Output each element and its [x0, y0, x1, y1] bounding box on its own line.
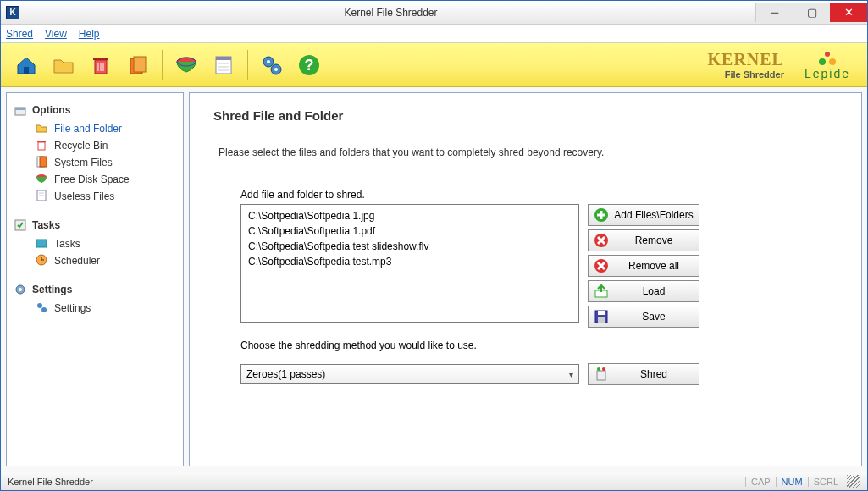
file-item[interactable]: C:\Softpedia\Softpedia 1.jpg: [248, 208, 572, 223]
load-button[interactable]: Load: [588, 280, 699, 302]
trash-icon[interactable]: [87, 52, 114, 79]
toolbar-separator: [247, 50, 248, 80]
svg-rect-26: [38, 142, 45, 150]
sidebar-head-tasks[interactable]: Tasks: [14, 218, 183, 232]
add-label: Add file and folder to shred.: [213, 189, 838, 201]
instruction-text: Please select the files and folders that…: [213, 146, 838, 158]
svg-point-58: [602, 367, 605, 371]
close-button[interactable]: ✕: [830, 3, 867, 22]
svg-rect-56: [597, 371, 605, 380]
svg-point-16: [267, 60, 270, 63]
sidebar-item-recycle-bin[interactable]: Recycle Bin: [14, 137, 183, 154]
toolbar-separator: [162, 50, 163, 80]
file-list[interactable]: C:\Softpedia\Softpedia 1.jpg C:\Softpedi…: [240, 204, 579, 323]
add-files-button[interactable]: Add Files\Folders: [588, 204, 699, 226]
chevron-down-icon: ▾: [569, 370, 573, 379]
sidebar-item-free-disk[interactable]: Free Disk Space: [14, 171, 183, 188]
home-icon[interactable]: [13, 52, 40, 79]
help-icon[interactable]: ?: [296, 52, 323, 79]
menubar: Shred View Help: [1, 25, 867, 43]
shred-button[interactable]: Shred: [588, 363, 699, 385]
svg-point-21: [819, 58, 826, 65]
cap-indicator: CAP: [745, 477, 776, 487]
brand-kernel: KERNEL File Shredder: [707, 50, 783, 80]
svg-rect-35: [36, 240, 47, 247]
brand-name: KERNEL: [707, 50, 783, 69]
svg-point-40: [19, 288, 22, 291]
svg-rect-25: [15, 108, 25, 110]
svg-point-42: [41, 307, 47, 312]
svg-rect-0: [24, 67, 29, 74]
notepad-icon[interactable]: [210, 52, 237, 79]
svg-rect-54: [598, 311, 605, 315]
toolbar: ? KERNEL File Shredder Lepide: [1, 43, 867, 87]
svg-rect-7: [134, 57, 146, 72]
svg-rect-11: [216, 57, 231, 60]
sidebar-item-useless-files[interactable]: Useless Files: [14, 188, 183, 205]
sidebar-item-file-folder[interactable]: File and Folder: [14, 120, 183, 137]
statusbar: Kernel File Shredder CAP NUM SCRL: [1, 472, 867, 490]
svg-point-41: [37, 303, 42, 308]
sidebar-head-options[interactable]: Options: [14, 103, 183, 117]
sidebar-item-settings[interactable]: Settings: [14, 300, 183, 317]
window-title: Kernel File Shredder: [26, 7, 755, 19]
svg-rect-55: [598, 317, 605, 323]
folder-icon[interactable]: [50, 52, 77, 79]
titlebar: K Kernel File Shredder ─ ▢ ✕: [1, 1, 867, 25]
menu-view[interactable]: View: [45, 28, 67, 40]
resize-grip[interactable]: [847, 475, 860, 488]
brand-sub: File Shredder: [707, 69, 783, 80]
svg-point-18: [274, 68, 278, 71]
brand-vendor: Lepide: [804, 50, 850, 80]
svg-rect-29: [40, 157, 47, 167]
num-indicator: NUM: [776, 477, 808, 487]
menu-shred[interactable]: Shred: [6, 28, 33, 40]
files-icon[interactable]: [124, 52, 152, 79]
save-button[interactable]: Save: [588, 306, 699, 328]
svg-point-57: [597, 367, 600, 371]
file-item[interactable]: C:\Softpedia\Softpedia test slideshow.fl…: [248, 239, 572, 254]
menu-help[interactable]: Help: [79, 28, 100, 40]
file-item[interactable]: C:\Softpedia\Softpedia 1.pdf: [248, 223, 572, 239]
status-text: Kernel File Shredder: [8, 477, 93, 487]
svg-point-22: [829, 58, 836, 65]
method-dropdown[interactable]: Zeroes(1 passes) ▾: [240, 364, 579, 384]
sidebar-item-system-files[interactable]: System Files: [14, 154, 183, 171]
sidebar: Options File and Folder Recycle Bin Syst…: [6, 92, 184, 466]
method-value: Zeroes(1 passes): [246, 368, 325, 380]
svg-point-23: [825, 52, 830, 57]
sidebar-item-scheduler[interactable]: Scheduler: [14, 252, 183, 269]
lepide-icon: [817, 50, 838, 67]
page-title: Shred File and Folder: [213, 108, 838, 123]
maximize-button[interactable]: ▢: [793, 3, 830, 22]
remove-all-button[interactable]: Remove all: [588, 255, 699, 277]
scrl-indicator: SCRL: [808, 477, 843, 487]
sidebar-item-tasks[interactable]: Tasks: [14, 235, 183, 252]
svg-rect-27: [37, 141, 46, 142]
minimize-button[interactable]: ─: [755, 3, 793, 22]
remove-button[interactable]: Remove: [588, 229, 699, 251]
svg-rect-2: [93, 58, 108, 60]
disk-icon[interactable]: [173, 52, 200, 79]
settings-icon[interactable]: [258, 52, 285, 79]
method-label: Choose the shredding method you would li…: [213, 339, 838, 351]
svg-text:?: ?: [305, 57, 314, 74]
main-panel: Shred File and Folder Please select the …: [189, 92, 862, 466]
app-icon: K: [6, 6, 19, 19]
sidebar-head-settings[interactable]: Settings: [14, 283, 183, 296]
file-item[interactable]: C:\Softpedia\Softpedia test.mp3: [248, 254, 572, 269]
